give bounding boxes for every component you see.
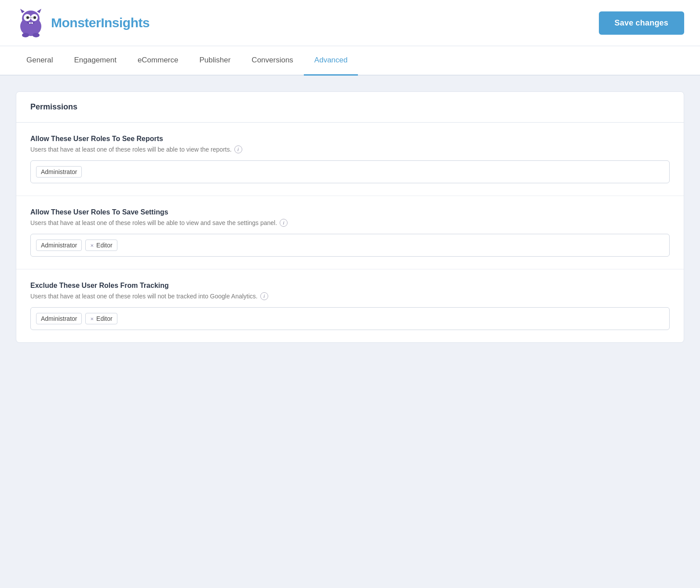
tag-administrator-tracking: Administrator [36, 313, 82, 324]
permissions-card: Permissions Allow These User Roles To Se… [16, 91, 684, 343]
svg-point-14 [33, 33, 40, 37]
main-content: Permissions Allow These User Roles To Se… [0, 76, 700, 359]
svg-rect-11 [29, 22, 31, 24]
tag-editor-settings-remove[interactable]: × [90, 242, 94, 249]
svg-marker-2 [20, 9, 25, 13]
tab-engagement[interactable]: Engagement [63, 46, 127, 76]
section-exclude-tracking-desc: Users that have at least one of these ro… [30, 292, 670, 300]
card-title: Permissions [30, 102, 670, 112]
exclude-tracking-tags-input[interactable]: Administrator × Editor [30, 307, 670, 330]
header: MonsterInsights Save changes [0, 0, 700, 46]
section-save-settings-desc: Users that have at least one of these ro… [30, 219, 670, 227]
logo-text: MonsterInsights [51, 15, 149, 30]
svg-point-9 [33, 16, 36, 19]
tag-label: Editor [96, 315, 113, 322]
see-reports-tags-input[interactable]: Administrator [30, 160, 670, 183]
see-reports-info-icon[interactable]: i [234, 145, 242, 153]
svg-point-13 [22, 33, 29, 37]
tag-editor-tracking: × Editor [85, 313, 117, 324]
tag-editor-settings: × Editor [85, 240, 117, 251]
tab-general[interactable]: General [16, 46, 63, 76]
section-see-reports-desc: Users that have at least one of these ro… [30, 145, 670, 153]
logo-area: MonsterInsights [16, 8, 149, 38]
tag-label: Editor [96, 242, 113, 249]
card-header: Permissions [16, 92, 684, 123]
section-save-settings-title: Allow These User Roles To Save Settings [30, 208, 670, 216]
tab-publisher[interactable]: Publisher [189, 46, 241, 76]
nav-tabs: General Engagement eCommerce Publisher C… [0, 46, 700, 76]
section-see-reports-title: Allow These User Roles To See Reports [30, 135, 670, 143]
tag-administrator-reports: Administrator [36, 166, 82, 178]
tag-label: Administrator [41, 242, 77, 249]
save-settings-tags-input[interactable]: Administrator × Editor [30, 234, 670, 257]
section-see-reports: Allow These User Roles To See Reports Us… [16, 123, 684, 196]
logo-name: Monster [51, 15, 101, 30]
section-exclude-tracking: Exclude These User Roles From Tracking U… [16, 269, 684, 342]
tab-advanced[interactable]: Advanced [304, 46, 358, 76]
save-changes-button[interactable]: Save changes [599, 11, 684, 35]
tag-editor-tracking-remove[interactable]: × [90, 316, 94, 322]
tag-label: Administrator [41, 315, 77, 322]
tab-conversions[interactable]: Conversions [241, 46, 304, 76]
svg-marker-3 [37, 9, 41, 13]
exclude-tracking-info-icon[interactable]: i [260, 292, 268, 300]
svg-rect-12 [31, 22, 33, 24]
logo-accent: Insights [101, 15, 149, 30]
tab-ecommerce[interactable]: eCommerce [127, 46, 189, 76]
svg-point-8 [26, 16, 29, 19]
section-save-settings: Allow These User Roles To Save Settings … [16, 196, 684, 269]
logo-icon [16, 8, 46, 38]
tag-label: Administrator [41, 168, 77, 175]
save-settings-info-icon[interactable]: i [280, 219, 288, 227]
tag-administrator-settings: Administrator [36, 240, 82, 251]
section-exclude-tracking-title: Exclude These User Roles From Tracking [30, 282, 670, 290]
